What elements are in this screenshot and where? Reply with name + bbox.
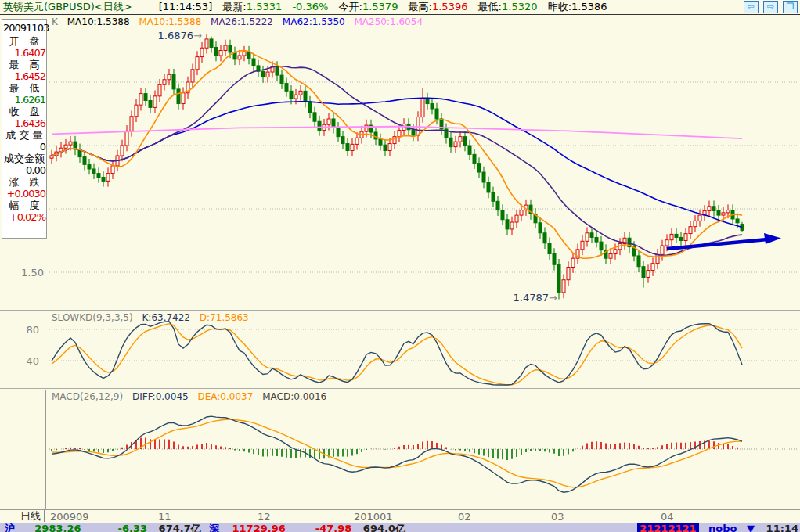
- x-tick-label: 04: [661, 511, 674, 523]
- x-tick-label: 11: [158, 511, 171, 523]
- diff-value: DIFF:0.0045: [132, 391, 189, 402]
- shenzhen-index-value: 11729.96: [231, 523, 286, 532]
- x-axis-row: 日线 2009091112201001020304: [0, 509, 800, 523]
- status-right-cluster: 21212121 nobo ▼ 11:14: [631, 523, 798, 532]
- right-arrow-icon: →: [549, 292, 557, 304]
- price-tick-150: 1.50: [8, 267, 44, 279]
- macd-name: MACD(26,12,9): [52, 391, 123, 402]
- x-tick-label: 200909: [50, 511, 89, 523]
- low-price-annotation: 1.4787→: [514, 292, 557, 304]
- funnel-icon[interactable]: ▼: [747, 523, 755, 532]
- status-bar: 沪 2983.26 -6.33 674.7亿 深 11729.96 -47.98…: [0, 523, 800, 532]
- x-tick-label: 201001: [354, 511, 393, 523]
- x-tick-label: 02: [458, 511, 471, 523]
- ticker-number[interactable]: 21212121: [637, 523, 698, 532]
- indicator-side-box: [2, 390, 46, 509]
- dea-value: DEA:0.0037: [197, 391, 253, 402]
- shenzhen-amount: 694.0亿: [363, 523, 405, 532]
- kd-tick-80: 80: [3, 324, 39, 336]
- kd-panel-header: SLOWKD(9,3,3,5) K:63.7422 D:71.5863: [52, 312, 255, 323]
- x-tick-label: 03: [551, 511, 564, 523]
- ma10b-label: MA10:1.5388: [139, 16, 201, 27]
- kd-name: SLOWKD(9,3,3,5): [52, 312, 133, 323]
- ma250-label: MA250:1.6054: [355, 16, 423, 27]
- ma26-label: MA26:1.5222: [211, 16, 273, 27]
- ma62-label: MA62:1.5350: [283, 16, 345, 27]
- d-value: D:71.5863: [200, 312, 249, 323]
- ma10a-label: MA10:1.5388: [67, 16, 130, 27]
- status-clock: 11:14: [766, 523, 798, 532]
- shanghai-amount: 674.7亿: [159, 523, 201, 532]
- shanghai-index-change: -6.33: [92, 523, 147, 532]
- shanghai-index-value: 2983.26: [27, 523, 81, 532]
- trading-terminal: 英镑美元(GBPUSD)<日线> [11:14:53] 最新:1.5331 -0…: [0, 0, 800, 532]
- kd-tick-40: 40: [3, 355, 39, 367]
- broker-tag[interactable]: nobo: [708, 523, 737, 532]
- high-price-annotation: 1.6876→: [158, 30, 202, 41]
- shenzhen-index-change: -47.98: [297, 523, 351, 532]
- x-tick-label: 12: [258, 511, 271, 523]
- charts-canvas[interactable]: [0, 0, 800, 509]
- shenzhen-index-label[interactable]: 深: [209, 523, 219, 532]
- period-selector[interactable]: 日线: [0, 510, 45, 522]
- shanghai-index-label[interactable]: 沪: [5, 523, 15, 532]
- macd-panel-header: MACD(26,12,9) DIFF:0.0045 DEA:0.0037 MAC…: [52, 391, 333, 402]
- macd-value: MACD:0.0016: [262, 391, 326, 402]
- k-value: K:63.7422: [142, 312, 190, 323]
- main-chart-header: K MA10:1.5388 MA10:1.5388 MA26:1.5222 MA…: [52, 16, 429, 27]
- right-arrow-icon: →: [193, 30, 202, 41]
- k-prefix: K: [52, 16, 58, 27]
